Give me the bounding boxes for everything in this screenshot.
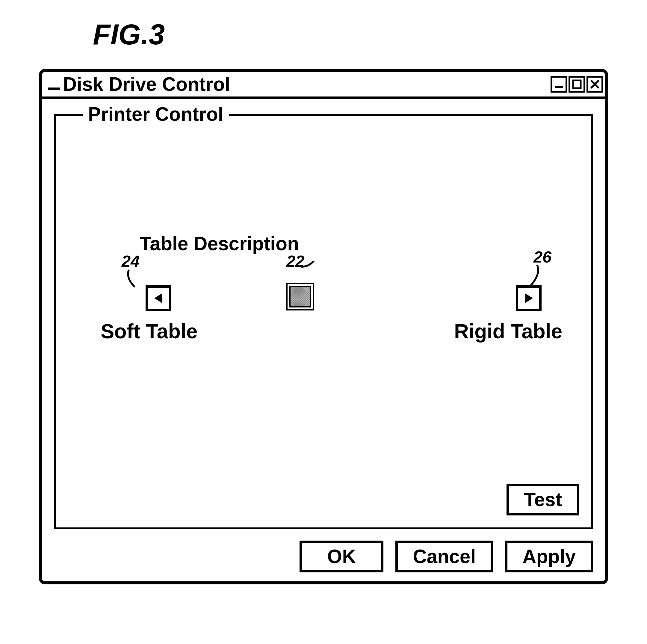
triangle-left-icon xyxy=(152,292,165,305)
svg-marker-5 xyxy=(525,294,533,303)
apply-button[interactable]: Apply xyxy=(505,540,593,572)
slider-max-label: Rigid Table xyxy=(454,319,562,343)
table-description-heading: Table Description xyxy=(140,233,299,255)
cancel-button[interactable]: Cancel xyxy=(396,540,493,572)
slider-thumb-texture-icon xyxy=(289,286,311,308)
slider-thumb[interactable] xyxy=(286,283,314,311)
ok-button[interactable]: OK xyxy=(299,540,383,572)
svg-rect-1 xyxy=(573,80,581,88)
figure-label: FIG.3 xyxy=(93,18,629,51)
dialog-footer: OK Cancel Apply xyxy=(54,540,593,572)
printer-control-group: Printer Control Table Description 24 22 … xyxy=(54,114,593,529)
svg-marker-4 xyxy=(154,294,162,303)
window-body: Printer Control Table Description 24 22 … xyxy=(42,99,605,581)
callout-26: 26 xyxy=(533,248,552,266)
slider-decrement-button[interactable] xyxy=(146,285,171,311)
window-title: Disk Drive Control xyxy=(63,73,230,95)
callout-22: 22 xyxy=(286,252,304,270)
close-button[interactable] xyxy=(586,76,603,92)
slider-increment-button[interactable] xyxy=(516,285,542,311)
triangle-right-icon xyxy=(522,292,535,305)
test-button[interactable]: Test xyxy=(507,484,579,515)
minimize-button[interactable] xyxy=(551,76,567,92)
callout-24: 24 xyxy=(122,252,140,270)
maximize-button[interactable] xyxy=(569,76,585,92)
system-menu-icon[interactable] xyxy=(48,87,60,90)
dialog-window: Disk Drive Control Printer Control Table… xyxy=(39,69,608,584)
titlebar: Disk Drive Control xyxy=(42,72,605,99)
slider-min-label: Soft Table xyxy=(101,319,198,343)
